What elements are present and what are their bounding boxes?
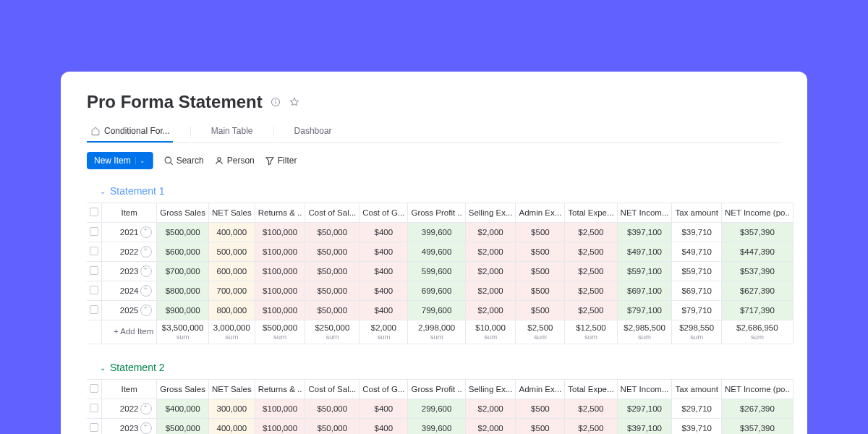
table-row[interactable]: 2022$400,000300,000$100,000$50,000$40029… xyxy=(87,399,793,419)
cell-admin[interactable]: $500 xyxy=(516,419,565,434)
cell-netpo[interactable]: $357,390 xyxy=(721,419,793,434)
cell-costsal[interactable]: $50,000 xyxy=(305,242,359,262)
cell-returns[interactable]: $100,000 xyxy=(255,301,305,320)
cell-costsal[interactable]: $50,000 xyxy=(305,281,359,301)
cell-admin[interactable]: $500 xyxy=(516,262,565,281)
col-item[interactable]: Item xyxy=(102,203,157,223)
cell-gp[interactable]: 599,600 xyxy=(408,262,465,281)
cell-gross[interactable]: $600,000 xyxy=(157,242,209,262)
cell-cog[interactable]: $400 xyxy=(359,223,408,242)
cell-costsal[interactable]: $50,000 xyxy=(305,399,359,419)
cell-tax[interactable]: $39,710 xyxy=(672,419,721,434)
cell-totexp[interactable]: $2,500 xyxy=(565,281,617,301)
cell-costsal[interactable]: $50,000 xyxy=(305,262,359,281)
col-gross[interactable]: Gross Sales xyxy=(157,380,209,399)
cell-netpo[interactable]: $357,390 xyxy=(721,223,793,242)
col-sell[interactable]: Selling Ex... xyxy=(465,380,516,399)
cell-sell[interactable]: $2,000 xyxy=(465,301,516,320)
col-net[interactable]: NET Sales xyxy=(208,203,255,223)
row-checkbox[interactable] xyxy=(87,242,102,262)
row-checkbox[interactable] xyxy=(87,399,102,419)
conversation-icon[interactable] xyxy=(140,305,152,316)
cell-sell[interactable]: $2,000 xyxy=(465,262,516,281)
item-cell[interactable]: 2023 xyxy=(102,419,157,434)
item-cell[interactable]: 2023 xyxy=(102,262,157,281)
cell-costsal[interactable]: $50,000 xyxy=(305,223,359,242)
col-admin[interactable]: Admin Ex... xyxy=(516,203,565,223)
conversation-icon[interactable] xyxy=(140,422,152,434)
select-all-cell[interactable] xyxy=(87,203,102,223)
cell-cog[interactable]: $400 xyxy=(359,301,408,320)
cell-gp[interactable]: 399,600 xyxy=(408,223,465,242)
col-totexp[interactable]: Total Expe... xyxy=(565,203,617,223)
cell-cog[interactable]: $400 xyxy=(359,281,408,301)
cell-totexp[interactable]: $2,500 xyxy=(565,223,617,242)
cell-tax[interactable]: $29,710 xyxy=(672,399,721,419)
cell-tax[interactable]: $79,710 xyxy=(672,301,721,320)
cell-net[interactable]: 400,000 xyxy=(208,223,255,242)
conversation-icon[interactable] xyxy=(140,403,152,414)
col-net[interactable]: NET Sales xyxy=(208,380,255,399)
tab-conditional[interactable]: Conditional For... xyxy=(87,121,173,142)
cell-gp[interactable]: 299,600 xyxy=(408,399,465,419)
cell-returns[interactable]: $100,000 xyxy=(255,223,305,242)
conversation-icon[interactable] xyxy=(140,285,152,297)
row-checkbox[interactable] xyxy=(87,301,102,320)
col-cog[interactable]: Cost of G... xyxy=(359,203,408,223)
cell-returns[interactable]: $100,000 xyxy=(255,262,305,281)
cell-netinc[interactable]: $397,100 xyxy=(617,223,672,242)
cell-tax[interactable]: $49,710 xyxy=(672,242,721,262)
add-item-button[interactable]: + Add Item xyxy=(102,320,157,344)
select-all-cell[interactable] xyxy=(87,380,102,399)
item-cell[interactable]: 2022 xyxy=(102,242,157,262)
col-tax[interactable]: Tax amount xyxy=(672,380,721,399)
cell-gross[interactable]: $500,000 xyxy=(157,419,209,434)
cell-netpo[interactable]: $267,390 xyxy=(721,399,793,419)
col-gp[interactable]: Gross Profit .. xyxy=(408,380,465,399)
conversation-icon[interactable] xyxy=(140,246,152,258)
col-netincpo[interactable]: NET Income (po.. xyxy=(721,380,793,399)
cell-net[interactable]: 300,000 xyxy=(208,399,255,419)
col-gp[interactable]: Gross Profit .. xyxy=(408,203,465,223)
cell-sell[interactable]: $2,000 xyxy=(465,223,516,242)
cell-totexp[interactable]: $2,500 xyxy=(565,301,617,320)
cell-costsal[interactable]: $50,000 xyxy=(305,419,359,434)
cell-netinc[interactable]: $397,100 xyxy=(617,419,672,434)
cell-tax[interactable]: $69,710 xyxy=(672,281,721,301)
star-icon[interactable] xyxy=(289,96,300,108)
person-tool[interactable]: Person xyxy=(214,156,255,166)
group-header[interactable]: ⌄ Statement 1 xyxy=(100,185,781,197)
cell-totexp[interactable]: $2,500 xyxy=(565,242,617,262)
cell-tax[interactable]: $59,710 xyxy=(672,262,721,281)
col-netincpo[interactable]: NET Income (po.. xyxy=(721,203,793,223)
cell-sell[interactable]: $2,000 xyxy=(465,242,516,262)
cell-netpo[interactable]: $717,390 xyxy=(721,301,793,320)
cell-net[interactable]: 600,000 xyxy=(208,262,255,281)
cell-admin[interactable]: $500 xyxy=(516,301,565,320)
cell-admin[interactable]: $500 xyxy=(516,281,565,301)
group-header[interactable]: ⌄ Statement 2 xyxy=(100,362,781,373)
cell-netpo[interactable]: $447,390 xyxy=(721,242,793,262)
cell-gp[interactable]: 699,600 xyxy=(408,281,465,301)
cell-sell[interactable]: $2,000 xyxy=(465,419,516,434)
row-checkbox[interactable] xyxy=(87,281,102,301)
col-item[interactable]: Item xyxy=(102,380,157,399)
cell-gross[interactable]: $700,000 xyxy=(157,262,209,281)
col-costsal[interactable]: Cost of Sal... xyxy=(305,203,359,223)
cell-netinc[interactable]: $797,100 xyxy=(617,301,672,320)
col-netinc[interactable]: NET Incom... xyxy=(617,380,672,399)
cell-netinc[interactable]: $697,100 xyxy=(617,281,672,301)
cell-costsal[interactable]: $50,000 xyxy=(305,301,359,320)
table-row[interactable]: 2022$600,000500,000$100,000$50,000$40049… xyxy=(87,242,793,262)
cell-netinc[interactable]: $497,100 xyxy=(617,242,672,262)
item-cell[interactable]: 2024 xyxy=(102,281,157,301)
cell-net[interactable]: 700,000 xyxy=(208,281,255,301)
row-checkbox[interactable] xyxy=(87,419,102,434)
cell-returns[interactable]: $100,000 xyxy=(255,242,305,262)
table-row[interactable]: 2023$500,000400,000$100,000$50,000$40039… xyxy=(87,419,793,434)
col-costsal[interactable]: Cost of Sal... xyxy=(305,380,359,399)
cell-totexp[interactable]: $2,500 xyxy=(565,419,617,434)
col-tax[interactable]: Tax amount xyxy=(672,203,721,223)
cell-admin[interactable]: $500 xyxy=(516,242,565,262)
item-cell[interactable]: 2022 xyxy=(102,399,157,419)
